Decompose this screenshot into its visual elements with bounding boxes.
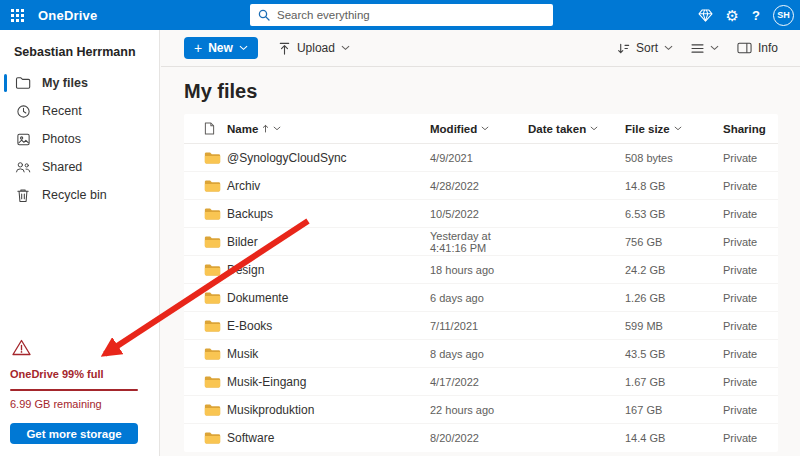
file-modified: 4/28/2022 [430, 180, 528, 192]
column-header-date-taken[interactable]: Date taken [528, 123, 625, 135]
search-input[interactable] [277, 9, 545, 21]
settings-gear-icon[interactable]: ⚙ [726, 8, 739, 23]
table-header-row: Name Modified Date taken [184, 114, 778, 144]
file-name[interactable]: Musikproduktion [227, 403, 430, 417]
file-sharing[interactable]: Private [723, 236, 778, 248]
page-title: My files [184, 80, 800, 103]
table-row[interactable]: Musik 8 days ago 43.5 GB Private [184, 340, 778, 368]
file-modified: 6 days ago [430, 292, 528, 304]
file-sharing[interactable]: Private [723, 404, 778, 416]
file-sharing[interactable]: Private [723, 180, 778, 192]
folder-icon [15, 75, 31, 91]
header-actions: ⚙ ? SH [698, 0, 794, 30]
info-button[interactable]: Info [737, 41, 778, 55]
get-more-storage-button[interactable]: Get more storage [10, 423, 138, 444]
table-row[interactable]: Software 8/20/2022 14.4 GB Private [184, 424, 778, 452]
file-sharing[interactable]: Private [723, 208, 778, 220]
folder-icon [204, 179, 227, 193]
chevron-down-icon [341, 45, 350, 51]
new-button[interactable]: + New [184, 37, 258, 59]
app-launcher-waffle-icon[interactable] [2, 0, 32, 30]
sidebar-item-label: My files [42, 76, 88, 90]
file-name[interactable]: Musik [227, 347, 430, 361]
clock-icon [15, 103, 31, 119]
file-modified: 4/9/2021 [430, 152, 528, 164]
storage-warning: OneDrive 99% full 6.99 GB remaining Get … [10, 339, 138, 444]
file-size: 24.2 GB [625, 264, 723, 276]
folder-icon [204, 347, 227, 361]
table-row[interactable]: Musikproduktion 22 hours ago 167 GB Priv… [184, 396, 778, 424]
file-sharing[interactable]: Private [723, 264, 778, 276]
search-box[interactable] [250, 4, 553, 26]
table-row[interactable]: Design 18 hours ago 24.2 GB Private [184, 256, 778, 284]
sidebar-user-name: Sebastian Herrmann [0, 30, 159, 69]
file-modified: 18 hours ago [430, 264, 528, 276]
file-type-icon[interactable] [204, 122, 227, 135]
folder-icon [204, 151, 227, 165]
file-name[interactable]: E-Books [227, 319, 430, 333]
column-header-file-size[interactable]: File size [625, 123, 723, 135]
chevron-down-icon [273, 126, 281, 131]
file-modified: Yesterday at 4:41:16 PM [430, 230, 528, 254]
file-modified: 8/20/2022 [430, 432, 528, 444]
table-row[interactable]: Backups 10/5/2022 6.53 GB Private [184, 200, 778, 228]
file-size: 14.4 GB [625, 432, 723, 444]
file-size: 43.5 GB [625, 348, 723, 360]
file-sharing[interactable]: Private [723, 152, 778, 164]
sidebar-item-recycle-bin[interactable]: Recycle bin [0, 181, 159, 209]
table-row[interactable]: @SynologyCloudSync 4/9/2021 508 bytes Pr… [184, 144, 778, 172]
chevron-down-icon [239, 45, 248, 51]
help-icon[interactable]: ? [752, 9, 760, 22]
file-sharing[interactable]: Private [723, 320, 778, 332]
file-name[interactable]: Dokumente [227, 291, 430, 305]
view-options-button[interactable] [691, 43, 719, 54]
file-size: 167 GB [625, 404, 723, 416]
file-name[interactable]: Bilder [227, 235, 430, 249]
table-row[interactable]: Dokumente 6 days ago 1.26 GB Private [184, 284, 778, 312]
table-row[interactable]: Archiv 4/28/2022 14.8 GB Private [184, 172, 778, 200]
folder-icon [204, 431, 227, 445]
file-size: 1.26 GB [625, 292, 723, 304]
file-name[interactable]: Backups [227, 207, 430, 221]
new-button-label: New [208, 41, 233, 55]
upload-icon [278, 42, 291, 55]
storage-usage-bar [10, 389, 138, 391]
sidebar-item-recent[interactable]: Recent [0, 97, 159, 125]
file-modified: 7/11/2021 [430, 320, 528, 332]
file-name[interactable]: Archiv [227, 179, 430, 193]
file-sharing[interactable]: Private [723, 432, 778, 444]
column-header-name[interactable]: Name [227, 123, 430, 135]
file-modified: 8 days ago [430, 348, 528, 360]
folder-icon [204, 235, 227, 249]
file-modified: 4/17/2022 [430, 376, 528, 388]
table-row[interactable]: Musik-Eingang 4/17/2022 1.67 GB Private [184, 368, 778, 396]
search-icon [258, 9, 270, 21]
sidebar-item-photos[interactable]: Photos [0, 125, 159, 153]
file-sharing[interactable]: Private [723, 292, 778, 304]
file-name[interactable]: Musik-Eingang [227, 375, 430, 389]
sort-button[interactable]: Sort [617, 41, 673, 55]
file-name[interactable]: Software [227, 431, 430, 445]
people-icon [15, 159, 31, 175]
sort-ascending-icon [262, 124, 269, 133]
sort-button-label: Sort [636, 41, 658, 55]
file-name[interactable]: @SynologyCloudSync [227, 151, 430, 165]
app-title[interactable]: OneDrive [38, 8, 97, 23]
file-sharing[interactable]: Private [723, 376, 778, 388]
sort-icon [617, 42, 630, 55]
premium-diamond-icon[interactable] [698, 9, 713, 22]
table-row[interactable]: Bilder Yesterday at 4:41:16 PM 756 GB Pr… [184, 228, 778, 256]
account-avatar[interactable]: SH [773, 5, 794, 26]
folder-icon [204, 403, 227, 417]
file-sharing[interactable]: Private [723, 348, 778, 360]
table-row[interactable]: E-Books 7/11/2021 599 MB Private [184, 312, 778, 340]
column-header-sharing[interactable]: Sharing [723, 123, 778, 135]
folder-icon [204, 319, 227, 333]
column-header-modified[interactable]: Modified [430, 123, 528, 135]
file-name[interactable]: Design [227, 263, 430, 277]
upload-button[interactable]: Upload [278, 41, 350, 55]
sidebar-item-my-files[interactable]: My files [0, 69, 159, 97]
sidebar-item-label: Recent [42, 104, 82, 118]
sidebar-item-shared[interactable]: Shared [0, 153, 159, 181]
storage-remaining-text: 6.99 GB remaining [10, 398, 138, 410]
